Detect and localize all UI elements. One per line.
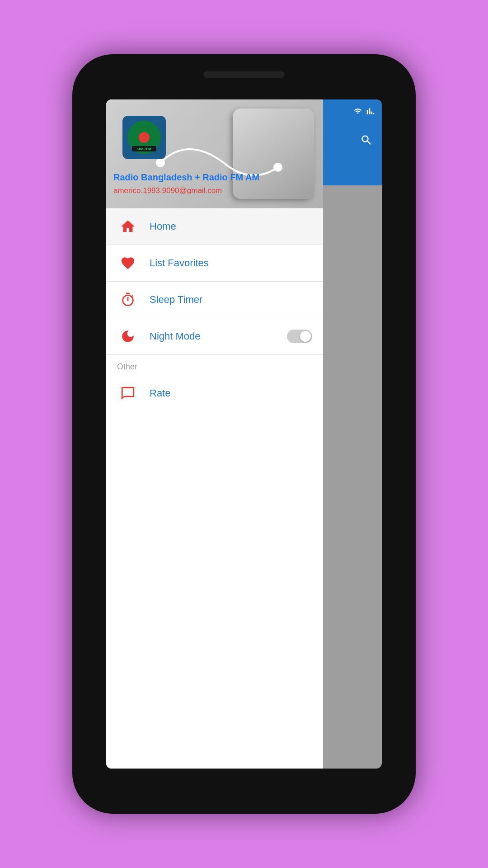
home-svg	[120, 218, 136, 235]
home-icon	[117, 216, 139, 237]
moon-icon	[117, 326, 139, 347]
night-mode-toggle[interactable]	[287, 330, 312, 343]
drawer-email: americo.1993.9090@gmail.com	[113, 186, 222, 195]
status-right-icons	[353, 107, 375, 115]
sidebar-item-rate[interactable]: Rate	[106, 375, 323, 411]
svg-point-0	[156, 158, 165, 167]
sidebar-item-night-mode[interactable]: Night Mode	[106, 318, 323, 354]
phone-screen: 7:19 adio F...	[106, 99, 382, 769]
sidebar-item-home[interactable]: Home	[106, 208, 323, 245]
sidebar-item-favorites-label: List Favorites	[150, 257, 312, 269]
heart-svg	[120, 255, 136, 271]
timer-icon	[117, 289, 139, 311]
sidebar-item-night-mode-label: Night Mode	[150, 330, 287, 342]
navigation-drawer: 102.7FM Radio Bangladesh + Radio FM AM a…	[106, 99, 323, 769]
sidebar-item-sleep-timer-label: Sleep Timer	[150, 294, 312, 306]
app-logo: 102.7FM	[122, 116, 166, 159]
timer-svg	[120, 292, 136, 307]
app-logo-inner: 102.7FM	[126, 119, 162, 156]
sidebar-item-home-label: Home	[150, 221, 312, 232]
sidebar-item-list-favorites[interactable]: List Favorites	[106, 245, 323, 281]
heart-icon	[117, 252, 139, 274]
drawer-items: Home List Favorites	[106, 208, 323, 769]
search-button[interactable]	[360, 134, 373, 148]
moon-svg	[120, 329, 136, 344]
signal-icon	[366, 107, 375, 115]
sidebar-item-sleep-timer[interactable]: Sleep Timer	[106, 282, 323, 318]
rate-icon	[117, 382, 139, 404]
section-other-header: Other	[106, 355, 323, 375]
radio-dot	[139, 132, 150, 143]
rate-svg	[120, 386, 136, 401]
radio-freq: 102.7FM	[137, 147, 151, 151]
wifi-icon	[353, 107, 363, 115]
radio-base: 102.7FM	[132, 146, 156, 151]
drawer-app-name: Radio Bangladesh + Radio FM AM	[113, 172, 259, 183]
drawer-header: 102.7FM Radio Bangladesh + Radio FM AM a…	[106, 99, 323, 208]
svg-point-1	[273, 163, 282, 172]
search-icon	[360, 134, 373, 146]
sidebar-item-rate-label: Rate	[150, 387, 312, 399]
phone-device: 7:19 adio F...	[72, 54, 416, 814]
